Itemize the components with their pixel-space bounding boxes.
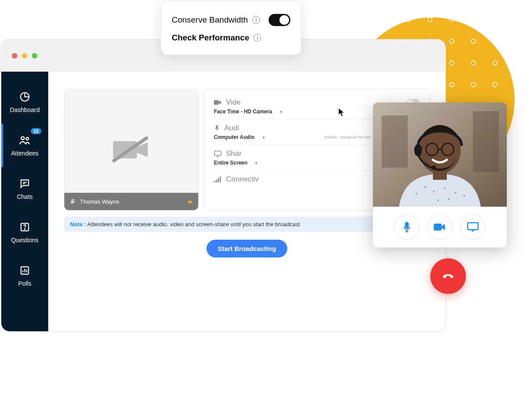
svg-point-23 [433,191,435,192]
share-source-select[interactable]: Entire Screen ▾ [214,160,257,166]
hangup-button[interactable] [430,258,466,294]
svg-point-4 [24,228,25,229]
dashboard-icon [19,91,31,103]
sidebar-item-dashboard[interactable]: Dashboard [1,80,48,124]
camera-button[interactable] [427,214,452,240]
check-performance-label: Check Performance [172,33,249,43]
audio-setting-title: Audi [224,124,239,132]
camera-controls [373,207,507,247]
preview-presenter-bar: Thomas Wayne [64,193,198,210]
sidebar-item-label: Questions [11,237,38,244]
sidebar-item-attendees[interactable]: 15 Attendees [1,124,48,167]
mic-button[interactable] [394,214,419,240]
svg-rect-18 [382,115,408,168]
conserve-bandwidth-row: Conserve Bandwidth i [172,10,290,30]
attendees-icon [19,134,31,146]
info-icon[interactable]: i [253,34,261,42]
chevron-down-icon: ▾ [255,161,257,165]
sidebar-item-label: Attendees [11,150,38,157]
video-setting-title: Vide [226,98,241,107]
sidebar-item-polls[interactable]: Polls [1,254,48,297]
start-broadcasting-button[interactable]: Start Broadcasting [206,240,287,257]
audio-default-hint: Default - MacBook Pro Mic [325,135,371,139]
conserve-bandwidth-toggle[interactable] [269,14,290,26]
svg-rect-14 [216,180,217,182]
svg-rect-6 [113,141,137,158]
sidebar: Dashboard 15 Attendees Chats Questions [1,72,48,332]
screen-share-icon [214,150,222,157]
sidebar-item-chats[interactable]: Chats [1,167,48,211]
svg-rect-12 [215,151,221,155]
svg-point-21 [416,193,417,195]
attendees-badge: 15 [31,128,41,134]
check-performance-row[interactable]: Check Performance i [172,30,290,46]
sidebar-item-label: Chats [17,193,33,200]
svg-rect-16 [220,177,221,183]
video-icon [214,99,222,106]
sidebar-item-label: Polls [18,280,31,287]
info-icon[interactable]: i [252,16,260,24]
questions-icon [19,221,31,233]
svg-point-25 [455,192,456,194]
cursor-icon [338,108,346,117]
svg-point-27 [437,199,439,201]
video-source-select[interactable]: Face Time - HD Camera ▾ [214,109,282,115]
note-label: Note : [70,221,86,228]
connectivity-title: Connectiv [226,175,259,184]
svg-point-1 [21,137,24,140]
polls-icon [19,264,31,277]
chevron-down-icon: ▾ [263,135,265,140]
note-text: Attendees will not receive audio, video … [86,221,300,228]
signal-icon [214,176,222,183]
bandwidth-popover: Conserve Bandwidth i Check Performance i [161,1,301,55]
svg-rect-15 [218,178,219,182]
presenter-camera-card [373,102,507,247]
audio-source-select[interactable]: Computer Audio ▾ Default - MacBook Pro M… [214,134,371,140]
sidebar-item-questions[interactable]: Questions [1,211,48,254]
svg-rect-19 [473,111,499,172]
window-minimize-icon[interactable] [22,53,27,59]
conserve-bandwidth-label: Conserve Bandwidth [172,15,248,25]
sidebar-item-label: Dashboard [10,106,40,113]
svg-rect-35 [406,222,409,228]
svg-rect-37 [468,223,478,230]
svg-rect-36 [434,224,442,231]
svg-point-34 [432,165,436,170]
window-maximize-icon[interactable] [32,53,37,59]
chats-icon [19,178,31,190]
mic-icon [214,124,220,132]
presenter-name: Thomas Wayne [80,198,120,205]
svg-point-28 [448,198,450,200]
svg-rect-13 [214,181,215,183]
video-preview-panel: Thomas Wayne [64,89,199,211]
host-crown-icon [187,198,193,204]
svg-point-33 [414,144,422,156]
svg-rect-11 [216,125,218,129]
svg-point-2 [26,138,29,140]
svg-rect-10 [214,100,219,105]
svg-point-22 [424,186,426,188]
svg-point-26 [463,195,465,197]
share-setting-title: Shar [226,149,242,158]
mic-muted-icon [70,198,76,204]
camera-off-icon [110,135,153,165]
svg-point-24 [444,188,446,189]
screen-share-button[interactable] [460,214,485,240]
window-close-icon[interactable] [12,53,17,59]
chevron-down-icon: ▾ [280,109,282,114]
presenter-video-feed [373,102,507,207]
